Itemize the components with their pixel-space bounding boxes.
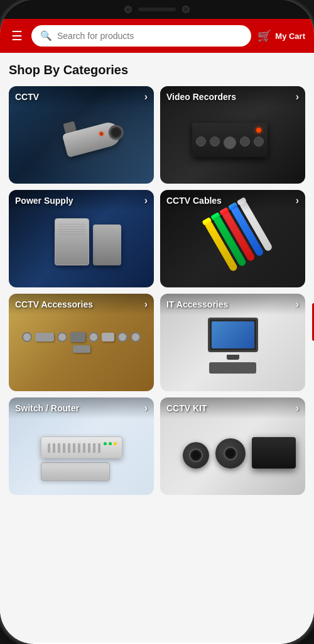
kit-icon	[183, 437, 296, 469]
switch-router-label: Switch / Router ›	[9, 397, 154, 419]
cart-label: My Cart	[275, 31, 305, 41]
category-card-video-recorders[interactable]: Video Recorders ›	[160, 86, 305, 184]
category-card-cctv-kit[interactable]: CCTV KIT ›	[160, 397, 305, 495]
power-supply-chevron: ›	[144, 195, 148, 206]
search-bar[interactable]: 🔍	[31, 25, 251, 47]
it-icon	[208, 318, 258, 374]
category-card-power-supply[interactable]: Power Supply ›	[9, 190, 154, 287]
category-card-it-accessories[interactable]: IT Accessories ›	[160, 294, 305, 391]
switch-router-chevron: ›	[144, 402, 148, 414]
cctv-cables-label: CCTV Cables ›	[160, 190, 305, 211]
search-icon: 🔍	[40, 30, 52, 42]
menu-icon[interactable]: ☰	[9, 26, 25, 46]
phone-camera	[124, 6, 132, 13]
it-accessories-label: IT Accessories ›	[160, 294, 305, 315]
phone-speaker	[138, 8, 176, 11]
category-card-cctv-accessories[interactable]: CCTV Accessories ›	[9, 294, 154, 391]
accessories-icon	[9, 319, 154, 365]
cctv-accessories-label: CCTV Accessories ›	[9, 294, 154, 315]
page-content: Shop By Categories CCTV	[0, 53, 314, 643]
cctv-cables-chevron: ›	[296, 195, 299, 206]
cart-button[interactable]: 🛒 My Cart	[257, 29, 305, 43]
phone-screen: ☰ 🔍 🛒 My Cart Shop By Categories	[0, 19, 314, 644]
search-input[interactable]	[57, 31, 242, 41]
category-card-cctv[interactable]: CCTV ›	[9, 86, 154, 184]
video-recorders-label: Video Recorders ›	[160, 86, 305, 108]
cart-icon: 🛒	[257, 29, 271, 43]
it-accessories-chevron: ›	[296, 299, 299, 310]
app-header: ☰ 🔍 🛒 My Cart	[0, 19, 314, 53]
cctv-chevron: ›	[144, 91, 148, 103]
phone-notch-bar	[0, 0, 314, 19]
cctv-kit-label: CCTV KIT ›	[160, 397, 305, 419]
cctv-kit-chevron: ›	[296, 402, 299, 414]
phone-frame: ☰ 🔍 🛒 My Cart Shop By Categories	[0, 0, 314, 644]
category-card-cctv-cables[interactable]: CCTV Cables ›	[160, 190, 305, 287]
section-title: Shop By Categories	[9, 63, 305, 77]
cctv-camera-icon	[53, 107, 137, 169]
psu-icon	[55, 218, 121, 265]
category-card-switch-router[interactable]: Switch / Router ›	[9, 397, 154, 495]
dvr-icon	[192, 123, 274, 167]
cctv-accessories-chevron: ›	[144, 299, 148, 310]
power-supply-label: Power Supply ›	[9, 190, 154, 211]
phone-camera-right	[182, 6, 190, 13]
switch-icon	[41, 436, 122, 481]
categories-grid: CCTV ›	[9, 86, 305, 495]
cctv-label: CCTV ›	[9, 86, 154, 108]
video-recorders-chevron: ›	[296, 91, 299, 103]
